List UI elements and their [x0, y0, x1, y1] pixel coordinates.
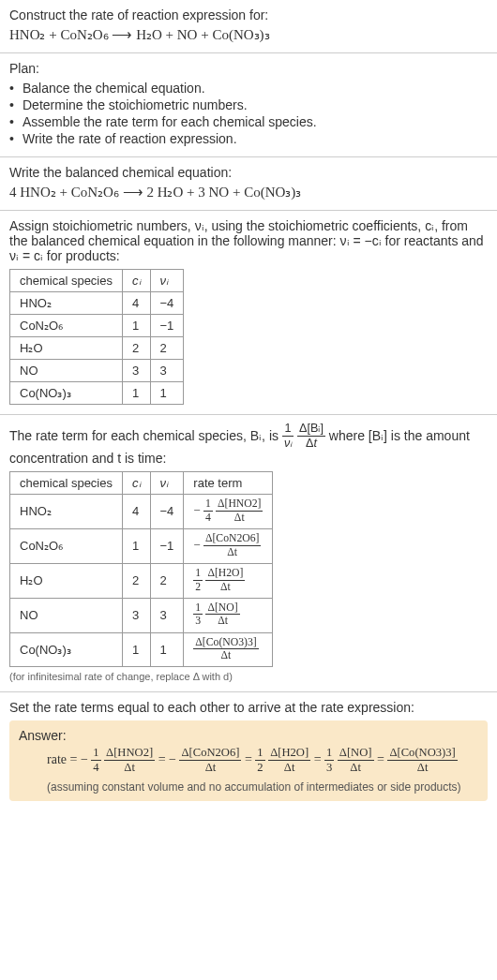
- coef-frac: 12: [193, 568, 203, 594]
- cell-nui: 1: [150, 632, 184, 667]
- plan-list: Balance the chemical equation. Determine…: [9, 80, 488, 147]
- table-row: H₂O22: [10, 337, 184, 360]
- col-nui: νᵢ: [150, 270, 184, 292]
- table-row: H₂O 2 2 12 Δ[H2O]Δt: [10, 563, 273, 598]
- delta-frac: Δ[Co(NO3)3]Δt: [193, 637, 258, 663]
- coef-frac: 14: [203, 498, 213, 525]
- cell-nui: −1: [150, 315, 184, 337]
- neg-sign: −: [169, 753, 176, 767]
- delta-frac: Δ[NO]Δt: [338, 747, 374, 775]
- table-row: Co(NO₃)₃11: [10, 382, 184, 405]
- neg-sign: −: [193, 503, 200, 517]
- answer-equation: rate = − 14 Δ[HNO2]Δt = − Δ[CoN2O6]Δt = …: [19, 747, 478, 775]
- cell-ci: 2: [123, 563, 151, 598]
- table-row: HNO₂4−4: [10, 292, 184, 315]
- neg-sign: −: [81, 753, 88, 767]
- stoich-table: chemical species cᵢ νᵢ HNO₂4−4 CoN₂O₆1−1…: [9, 269, 184, 405]
- delta-frac: Δ[Co(NO3)3]Δt: [387, 747, 457, 775]
- bullet-icon: [9, 114, 19, 129]
- delta-frac: Δ[H2O]Δt: [205, 568, 245, 594]
- cell-ci: 3: [123, 360, 151, 382]
- col-species: chemical species: [10, 471, 123, 494]
- plan-item: Write the rate of reaction expression.: [9, 130, 488, 147]
- answer-note: (assuming constant volume and no accumul…: [19, 780, 478, 794]
- cell-species: Co(NO₃)₃: [10, 632, 123, 667]
- plan-item: Assemble the rate term for each chemical…: [9, 113, 488, 130]
- balanced-equation: 4 HNO₂ + CoN₂O₆ ⟶ 2 H₂O + 3 NO + Co(NO₃)…: [9, 184, 488, 200]
- cell-nui: −4: [150, 494, 184, 528]
- coef-frac: 14: [91, 747, 100, 775]
- stoich-section: Assign stoichiometric numbers, νᵢ, using…: [0, 211, 497, 415]
- plan-item-text: Determine the stoichiometric numbers.: [23, 97, 248, 112]
- bullet-icon: [9, 131, 19, 146]
- cell-ci: 4: [123, 494, 151, 528]
- cell-species: Co(NO₃)₃: [10, 382, 123, 405]
- answer-box: Answer: rate = − 14 Δ[HNO2]Δt = − Δ[CoN2…: [9, 720, 488, 801]
- delta-frac: Δ[NO]Δt: [205, 602, 239, 629]
- table-header-row: chemical species cᵢ νᵢ rate term: [10, 471, 273, 494]
- coef-frac: 13: [324, 747, 334, 775]
- delta-frac: Δ[CoN2O6]Δt: [203, 533, 262, 559]
- table-row: NO33: [10, 360, 184, 382]
- delta-frac: Δ[CoN2O6]Δt: [179, 747, 241, 775]
- neg-sign: −: [193, 538, 200, 552]
- balanced-section: Write the balanced chemical equation: 4 …: [0, 157, 497, 211]
- col-nui: νᵢ: [150, 471, 184, 494]
- table-row: Co(NO₃)₃ 1 1 Δ[Co(NO3)3]Δt: [10, 632, 273, 667]
- table-header-row: chemical species cᵢ νᵢ: [10, 270, 184, 292]
- cell-rate: 12 Δ[H2O]Δt: [184, 563, 273, 598]
- rateterm-table: chemical species cᵢ νᵢ rate term HNO₂ 4 …: [9, 471, 273, 667]
- plan-title: Plan:: [9, 61, 488, 76]
- answer-label: Answer:: [19, 728, 478, 743]
- stoich-intro: Assign stoichiometric numbers, νᵢ, using…: [9, 218, 488, 263]
- cell-nui: 1: [150, 382, 184, 405]
- plan-item-text: Balance the chemical equation.: [23, 81, 205, 96]
- cell-nui: 2: [150, 337, 184, 360]
- prompt-section: Construct the rate of reaction expressio…: [0, 0, 497, 53]
- cell-rate: Δ[Co(NO3)3]Δt: [184, 632, 273, 667]
- cell-rate: − Δ[CoN2O6]Δt: [184, 528, 273, 563]
- cell-nui: −4: [150, 292, 184, 315]
- col-ci: cᵢ: [123, 270, 151, 292]
- rateterm-footnote: (for infinitesimal rate of change, repla…: [9, 671, 488, 682]
- cell-ci: 4: [123, 292, 151, 315]
- cell-species: H₂O: [10, 563, 123, 598]
- cell-ci: 1: [123, 382, 151, 405]
- rateterm-section: The rate term for each chemical species,…: [0, 415, 497, 692]
- plan-section: Plan: Balance the chemical equation. Det…: [0, 53, 497, 157]
- coef-frac: 13: [193, 602, 203, 629]
- bullet-icon: [9, 97, 19, 112]
- cell-species: HNO₂: [10, 494, 123, 528]
- plan-item: Determine the stoichiometric numbers.: [9, 97, 488, 113]
- col-species: chemical species: [10, 270, 123, 292]
- final-section: Set the rate terms equal to each other t…: [0, 692, 497, 810]
- cell-species: HNO₂: [10, 292, 123, 315]
- table-row: CoN₂O₆ 1 −1 − Δ[CoN2O6]Δt: [10, 528, 273, 563]
- table-row: HNO₂ 4 −4 − 14 Δ[HNO2]Δt: [10, 494, 273, 528]
- table-row: NO 3 3 13 Δ[NO]Δt: [10, 598, 273, 632]
- rateterm-intro-pre: The rate term for each chemical species,…: [9, 428, 282, 443]
- rate-word: rate =: [47, 753, 81, 767]
- coef-frac: 12: [255, 747, 264, 775]
- cell-nui: −1: [150, 528, 184, 563]
- plan-item-text: Write the rate of reaction expression.: [23, 131, 237, 146]
- plan-item: Balance the chemical equation.: [9, 80, 488, 97]
- final-title: Set the rate terms equal to each other t…: [9, 700, 488, 715]
- cell-rate: 13 Δ[NO]Δt: [184, 598, 273, 632]
- delta-frac: Δ[HNO2]Δt: [216, 498, 263, 525]
- cell-rate: − 14 Δ[HNO2]Δt: [184, 494, 273, 528]
- table-row: CoN₂O₆1−1: [10, 315, 184, 337]
- delta-frac: Δ[H2O]Δt: [268, 747, 310, 775]
- balanced-title: Write the balanced chemical equation:: [9, 165, 488, 180]
- frac-one-over-nu: 1νᵢ: [282, 423, 294, 451]
- cell-ci: 1: [123, 632, 151, 667]
- cell-nui: 3: [150, 598, 184, 632]
- plan-item-text: Assemble the rate term for each chemical…: [23, 114, 317, 129]
- cell-species: CoN₂O₆: [10, 528, 123, 563]
- delta-frac: Δ[HNO2]Δt: [104, 747, 155, 775]
- frac-dbi-dt: Δ[Bᵢ]Δt: [297, 423, 325, 451]
- rateterm-intro: The rate term for each chemical species,…: [9, 423, 488, 466]
- cell-ci: 2: [123, 337, 151, 360]
- unbalanced-equation: HNO₂ + CoN₂O₆ ⟶ H₂O + NO + Co(NO₃)₃: [9, 26, 488, 43]
- prompt-heading: Construct the rate of reaction expressio…: [9, 7, 488, 26]
